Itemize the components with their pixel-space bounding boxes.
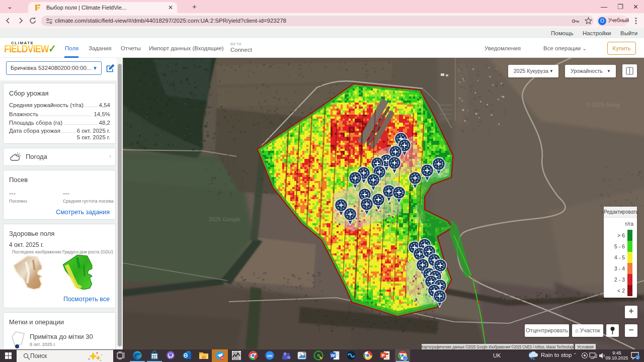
svg-text:W: W xyxy=(331,353,335,358)
svg-text:zm: zm xyxy=(267,354,272,357)
svg-text:13: 13 xyxy=(221,357,224,359)
svg-text:P: P xyxy=(381,353,384,358)
svg-text:2: 2 xyxy=(636,355,638,360)
svg-text:0: 0 xyxy=(404,357,406,360)
